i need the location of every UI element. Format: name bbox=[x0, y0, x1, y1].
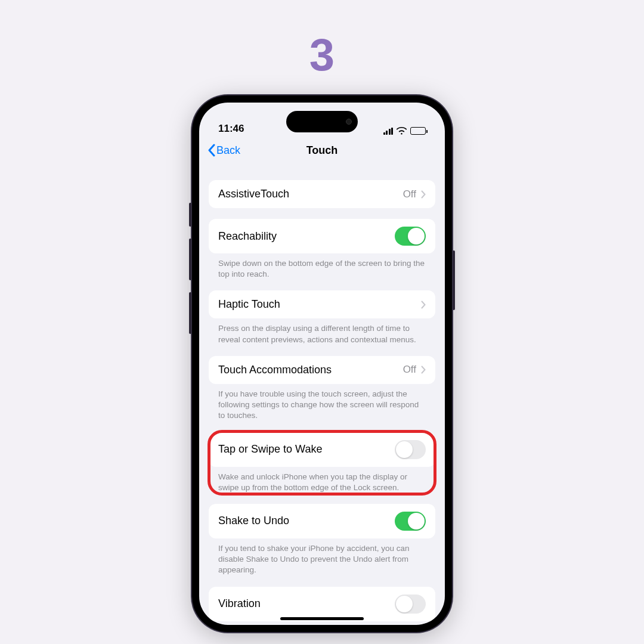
row-label: Reachability bbox=[218, 230, 277, 243]
back-button[interactable]: Back bbox=[208, 144, 240, 157]
chevron-right-icon bbox=[421, 366, 426, 374]
row-reachability[interactable]: Reachability bbox=[209, 219, 435, 253]
chevron-right-icon bbox=[421, 301, 426, 309]
row-footer: Wake and unlock iPhone when you tap the … bbox=[209, 467, 435, 493]
page-title: Touch bbox=[306, 144, 338, 157]
home-indicator bbox=[280, 617, 364, 620]
vibration-toggle[interactable] bbox=[395, 595, 426, 614]
back-label: Back bbox=[216, 144, 240, 157]
row-assistive-touch[interactable]: AssistiveTouch Off bbox=[209, 180, 435, 208]
shake-undo-toggle[interactable] bbox=[395, 512, 426, 531]
row-footer: If you have trouble using the touch scre… bbox=[209, 384, 435, 422]
row-label: Touch Accommodations bbox=[218, 364, 332, 376]
row-value: Off bbox=[403, 364, 416, 376]
phone-frame: 11:46 Back Touch AssistiveTouch Off bbox=[192, 95, 452, 632]
phone-screen: 11:46 Back Touch AssistiveTouch Off bbox=[199, 103, 445, 625]
row-footer: Swipe down on the bottom edge of the scr… bbox=[209, 253, 435, 280]
cellular-icon bbox=[383, 128, 394, 135]
row-footer: Press on the display using a different l… bbox=[209, 318, 435, 345]
reachability-toggle[interactable] bbox=[395, 227, 426, 246]
wifi-icon bbox=[397, 127, 407, 135]
row-touch-accommodations[interactable]: Touch Accommodations Off bbox=[209, 356, 435, 384]
row-vibration[interactable]: Vibration bbox=[209, 587, 435, 621]
row-shake-undo[interactable]: Shake to Undo bbox=[209, 504, 435, 538]
row-label: Vibration bbox=[218, 597, 261, 610]
chevron-left-icon bbox=[208, 144, 215, 157]
status-time: 11:46 bbox=[218, 123, 244, 135]
dynamic-island bbox=[286, 111, 358, 132]
row-tap-swipe-wake[interactable]: Tap or Swipe to Wake bbox=[209, 432, 435, 467]
step-number: 3 bbox=[309, 29, 335, 80]
row-label: Shake to Undo bbox=[218, 515, 289, 527]
battery-icon bbox=[410, 127, 426, 135]
row-label: Haptic Touch bbox=[218, 298, 280, 311]
row-label: AssistiveTouch bbox=[218, 188, 289, 200]
chevron-right-icon bbox=[421, 190, 426, 199]
nav-bar: Back Touch bbox=[199, 137, 445, 163]
row-haptic-touch[interactable]: Haptic Touch bbox=[209, 290, 435, 318]
row-footer: If you tend to shake your iPhone by acci… bbox=[209, 538, 435, 576]
tap-wake-toggle[interactable] bbox=[395, 440, 426, 459]
row-value: Off bbox=[403, 188, 416, 200]
row-label: Tap or Swipe to Wake bbox=[218, 443, 322, 456]
row-footer: When this switch is off, all vibration o… bbox=[209, 621, 435, 625]
